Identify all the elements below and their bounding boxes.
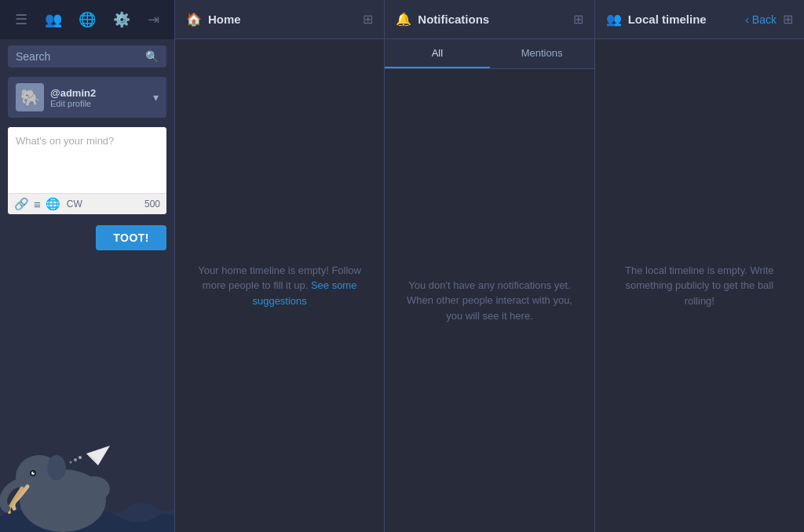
notifications-body: You don't have any notifications yet. Wh… [385, 69, 594, 532]
toot-button[interactable]: TOOT! [96, 225, 166, 250]
svg-point-6 [74, 458, 77, 461]
home-column-header: 🏠 Home ⊞ [175, 0, 384, 39]
notifications-empty-message: You don't have any notifications yet. Wh… [403, 278, 576, 324]
local-timeline-icon: 👥 [606, 12, 622, 27]
local-timeline-body: The local timeline is empty. Write somet… [595, 39, 804, 532]
list-icon[interactable]: ≡ [34, 198, 41, 211]
svg-point-9 [79, 476, 110, 501]
compose-toolbar: 🔗 ≡ 🌐 CW 500 [8, 193, 166, 214]
compose-area: 🔗 ≡ 🌐 CW 500 [8, 127, 166, 214]
notifications-settings-icon[interactable]: ⊞ [573, 12, 583, 27]
content-warning-button[interactable]: CW [67, 199, 82, 210]
svg-point-4 [33, 472, 35, 473]
users-icon[interactable]: 👥 [38, 8, 68, 31]
compose-input[interactable] [8, 127, 166, 190]
notifications-icon: 🔔 [396, 12, 411, 27]
profile-username: @admin2 [50, 87, 153, 99]
visibility-icon[interactable]: 🌐 [46, 197, 60, 211]
logout-icon[interactable]: ⇥ [141, 8, 166, 31]
local-timeline-empty-message: The local timeline is empty. Write somet… [613, 263, 786, 309]
char-count: 500 [144, 199, 160, 210]
notifications-tabs: All Mentions [385, 39, 594, 69]
profile-info: @admin2 Edit profile [50, 87, 153, 108]
avatar: 🐘 [16, 83, 44, 111]
local-timeline-column-header: 👥 Local timeline ‹ Back ⊞ [595, 0, 804, 39]
globe-icon[interactable]: 🌐 [72, 8, 102, 31]
home-title: Home [208, 13, 363, 26]
menu-icon[interactable]: ☰ [9, 8, 34, 31]
svg-point-8 [47, 455, 66, 480]
search-icon: 🔍 [145, 50, 159, 63]
search-input[interactable] [16, 50, 145, 63]
home-column: 🏠 Home ⊞ Your home timeline is empty! Fo… [174, 0, 384, 532]
search-bar[interactable]: 🔍 [8, 46, 166, 67]
notifications-title: Notifications [418, 13, 572, 26]
tab-mentions[interactable]: Mentions [490, 39, 594, 68]
back-button[interactable]: ‹ Back [745, 13, 777, 26]
home-body: Your home timeline is empty! Follow more… [175, 39, 384, 532]
settings-icon[interactable]: ⚙️ [107, 8, 137, 31]
notifications-column: 🔔 Notifications ⊞ All Mentions You don't… [384, 0, 594, 532]
mastodon-illustration [0, 406, 174, 532]
home-icon: 🏠 [186, 12, 202, 27]
columns: 🏠 Home ⊞ Your home timeline is empty! Fo… [174, 0, 804, 532]
sidebar-nav: ☰ 👥 🌐 ⚙️ ⇥ [0, 0, 174, 39]
svg-point-5 [79, 456, 82, 459]
home-empty-message: Your home timeline is empty! Follow more… [193, 263, 366, 309]
profile-section[interactable]: 🐘 @admin2 Edit profile ▾ [8, 77, 166, 118]
tab-all[interactable]: All [385, 39, 489, 68]
profile-edit-link[interactable]: Edit profile [50, 99, 153, 108]
notifications-column-header: 🔔 Notifications ⊞ [385, 0, 594, 39]
toot-button-wrap: TOOT! [8, 225, 166, 250]
local-timeline-settings-icon[interactable]: ⊞ [783, 12, 793, 27]
svg-point-7 [70, 461, 72, 464]
sidebar: ☰ 👥 🌐 ⚙️ ⇥ 🔍 🐘 @admin2 Edit profile ▾ 🔗 … [0, 0, 174, 532]
local-timeline-title: Local timeline [628, 13, 746, 26]
home-settings-icon[interactable]: ⊞ [363, 12, 373, 27]
local-timeline-column: 👥 Local timeline ‹ Back ⊞ The local time… [594, 0, 804, 532]
chevron-down-icon: ▾ [153, 91, 159, 104]
attachment-icon[interactable]: 🔗 [14, 197, 29, 211]
